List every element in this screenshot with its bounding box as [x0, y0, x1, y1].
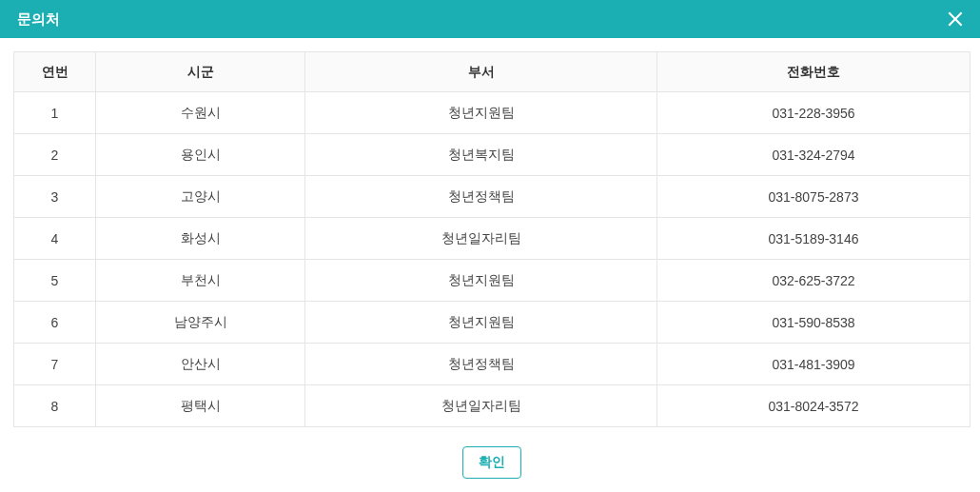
cell-dept: 청년정책팀: [305, 176, 657, 218]
cell-phone: 031-5189-3146: [657, 218, 970, 260]
cell-city: 남양주시: [96, 302, 305, 344]
cell-dept: 청년일자리팀: [305, 218, 657, 260]
contact-modal: 문의처 연번 시군 부서 전화번호 1수원시청년지원팀031-228: [0, 0, 980, 492]
col-header-city: 시군: [96, 52, 305, 92]
col-header-dept: 부서: [305, 52, 657, 92]
cell-num: 6: [14, 302, 96, 344]
table-row: 7안산시청년정책팀031-481-3909: [14, 344, 970, 385]
cell-num: 2: [14, 134, 96, 176]
cell-city: 수원시: [96, 92, 305, 134]
col-header-phone: 전화번호: [657, 52, 970, 92]
modal-body: 연번 시군 부서 전화번호 1수원시청년지원팀031-228-39562용인시청…: [0, 38, 980, 492]
cell-num: 3: [14, 176, 96, 218]
cell-city: 화성시: [96, 218, 305, 260]
cell-city: 안산시: [96, 344, 305, 385]
table-row: 6남양주시청년지원팀031-590-8538: [14, 302, 970, 344]
table-scroll-area[interactable]: 연번 시군 부서 전화번호 1수원시청년지원팀031-228-39562용인시청…: [13, 51, 970, 431]
cell-phone: 031-8075-2873: [657, 176, 970, 218]
cell-num: 4: [14, 218, 96, 260]
cell-phone: 032-625-3722: [657, 260, 970, 302]
cell-dept: 청년지원팀: [305, 302, 657, 344]
cell-dept: 청년정책팀: [305, 344, 657, 385]
close-button[interactable]: [942, 6, 969, 32]
cell-city: 부천시: [96, 260, 305, 302]
cell-dept: 청년지원팀: [305, 92, 657, 134]
table-header-row: 연번 시군 부서 전화번호: [14, 52, 970, 92]
cell-phone: 031-481-3909: [657, 344, 970, 385]
table-row: 3고양시청년정책팀031-8075-2873: [14, 176, 970, 218]
table-row: 1수원시청년지원팀031-228-3956: [14, 92, 970, 134]
table-row: 5부천시청년지원팀032-625-3722: [14, 260, 970, 302]
cell-phone: 031-228-3956: [657, 92, 970, 134]
cell-dept: 청년일자리팀: [305, 385, 657, 427]
cell-num: 5: [14, 260, 96, 302]
ok-button[interactable]: 확인: [462, 446, 521, 479]
cell-city: 평택시: [96, 385, 305, 427]
cell-num: 1: [14, 92, 96, 134]
cell-city: 용인시: [96, 134, 305, 176]
table-row: 2용인시청년복지팀031-324-2794: [14, 134, 970, 176]
table-row: 4화성시청년일자리팀031-5189-3146: [14, 218, 970, 260]
close-icon: [946, 10, 965, 29]
cell-num: 8: [14, 385, 96, 427]
cell-phone: 031-590-8538: [657, 302, 970, 344]
cell-dept: 청년복지팀: [305, 134, 657, 176]
modal-title: 문의처: [17, 10, 60, 29]
contact-table: 연번 시군 부서 전화번호 1수원시청년지원팀031-228-39562용인시청…: [13, 51, 970, 427]
table-row: 8평택시청년일자리팀031-8024-3572: [14, 385, 970, 427]
cell-num: 7: [14, 344, 96, 385]
cell-phone: 031-8024-3572: [657, 385, 970, 427]
modal-footer: 확인: [13, 431, 970, 492]
col-header-num: 연번: [14, 52, 96, 92]
cell-city: 고양시: [96, 176, 305, 218]
cell-phone: 031-324-2794: [657, 134, 970, 176]
cell-dept: 청년지원팀: [305, 260, 657, 302]
modal-header: 문의처: [0, 0, 980, 38]
